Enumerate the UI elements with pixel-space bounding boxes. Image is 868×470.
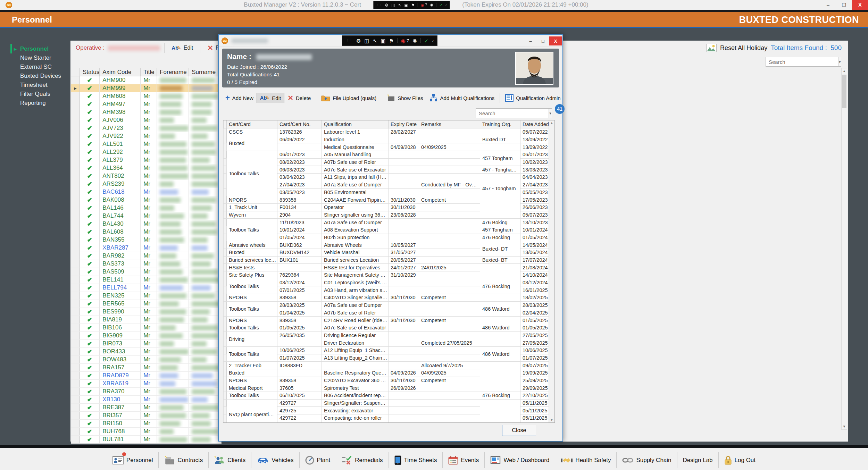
show-files-button[interactable]: Show Files: [384, 93, 426, 103]
personnel-scrollbar[interactable]: ▲ ▼: [841, 68, 847, 430]
qualification-search-combo[interactable]: ▾: [476, 108, 552, 118]
col-expiry[interactable]: Expiry Date: [389, 120, 419, 128]
personnel-row[interactable]: ✔ALL364Mr: [71, 164, 222, 172]
quals-scrollbar[interactable]: ▲ ▼: [549, 120, 554, 422]
personnel-row[interactable]: ✔ALL292Mr: [71, 148, 222, 156]
personnel-row[interactable]: ✔BAL608Mr: [71, 228, 222, 236]
qual-row[interactable]: Abrasive wheelsBUXD362Abrasive Wheels10/…: [224, 241, 549, 249]
collapse-icon[interactable]: ‹: [445, 3, 447, 7]
sidebar-item-reporting[interactable]: ▶Reporting: [0, 99, 70, 108]
qual-row[interactable]: NPORS839358C204AAE Forward Tipping Dumpe…: [224, 196, 549, 204]
col-date-added[interactable]: Date Added: [520, 120, 549, 128]
personnel-row[interactable]: ✔BRA157Mr: [71, 364, 222, 372]
sidebar-item-new-starter[interactable]: ▶New Starter: [0, 53, 70, 62]
personnel-row[interactable]: ✔ALL501Mr: [71, 140, 222, 148]
personnel-row[interactable]: ✔BRA370Mr: [71, 388, 222, 396]
col-remarks[interactable]: Remarks: [419, 120, 480, 128]
restore-button[interactable]: ❐: [836, 0, 852, 10]
personnel-row[interactable]: ✔AHM900Mr: [71, 76, 222, 84]
personnel-row[interactable]: ✔BES990Mr: [71, 308, 222, 316]
sidebar-item-external-sc[interactable]: ▶External SC: [0, 62, 70, 72]
qual-row[interactable]: Driving26/05/2035Driving licence Regular…: [224, 331, 549, 339]
personnel-row[interactable]: ✔BAS509Mr: [71, 268, 222, 276]
personnel-row[interactable]: ✔BAL744Mr: [71, 212, 222, 220]
personnel-row[interactable]: ✔BEN325Mr: [71, 292, 222, 300]
personnel-row[interactable]: ✔BAS373Mr: [71, 260, 222, 268]
taskbar-item-design-lab[interactable]: Design Lab: [677, 452, 718, 468]
col-training-org[interactable]: Training Org.: [480, 120, 520, 128]
scroll-up-icon[interactable]: ▲: [549, 120, 554, 125]
personnel-row[interactable]: ✔BIR073Mr: [71, 340, 222, 348]
minimize-button[interactable]: –: [820, 0, 836, 10]
recorder-overlay-toolbar[interactable]: ⋮⋮⚙◫↖▣⚑◉7✺✓‹: [373, 1, 450, 9]
personnel-row[interactable]: ✔XBAR287Mr: [71, 244, 222, 252]
personnel-row[interactable]: ✔ANT802Mr: [71, 172, 222, 180]
taskbar-item-personnel[interactable]: Personnel: [107, 452, 159, 468]
personnel-search-input[interactable]: [766, 59, 838, 65]
dialog-maximize-button[interactable]: □: [537, 36, 549, 45]
scroll-up-icon[interactable]: ▲: [842, 68, 847, 74]
reset-all-holiday-button[interactable]: Reset All Holiday: [720, 44, 767, 52]
qual-row[interactable]: NPORS839358C214RV Road Roller (ride on a…: [224, 317, 549, 324]
taskbar-item-supply-chain[interactable]: Supply Chain: [616, 452, 677, 468]
col-qualification[interactable]: Qualification: [322, 120, 389, 128]
col-title[interactable]: Title: [141, 68, 157, 76]
personnel-row[interactable]: ✔BOR433Mr: [71, 348, 222, 356]
stop-icon[interactable]: ▣: [381, 38, 385, 43]
personnel-row[interactable]: ✔ALL379Mr: [71, 156, 222, 164]
taskbar-item-contracts[interactable]: Contracts: [158, 452, 208, 468]
scroll-down-icon[interactable]: ▼: [842, 424, 847, 429]
sidebar-item-personnel[interactable]: ▶Personnel: [0, 44, 70, 53]
personnel-row[interactable]: ▶✔AHM999Mr: [71, 84, 222, 92]
personnel-row[interactable]: ✔BOW483Mr: [71, 356, 222, 364]
personnel-row[interactable]: ✔BAL430Mr: [71, 220, 222, 228]
drag-handle[interactable]: ⋮⋮: [346, 39, 353, 42]
qual-row[interactable]: Toolbox Talks06/01/2023A05 Manual handli…: [224, 151, 549, 159]
stop-icon[interactable]: ▣: [404, 3, 408, 7]
qual-row[interactable]: Toolbox Talks06/10/2025B06 Accident/inci…: [224, 392, 549, 400]
col-card-no[interactable]: Card/Cert No.: [277, 120, 322, 128]
personnel-row[interactable]: ✔XB130Mr: [71, 396, 222, 404]
personnel-row[interactable]: ✔ARS239Mr: [71, 180, 222, 188]
personnel-row[interactable]: ✔BER565Mr: [71, 300, 222, 308]
delete-qualification-button[interactable]: ✕Delete: [284, 92, 314, 104]
personnel-row[interactable]: ✔BIA819Mr: [71, 316, 222, 324]
record-settings-icon[interactable]: ⚙: [356, 38, 361, 43]
qual-row[interactable]: Buxted06/09/2022InductionBuxted DT13/09/…: [224, 136, 549, 143]
col-axim-code[interactable]: Axim Code: [100, 68, 141, 76]
add-multi-qualifications-button[interactable]: Add Multi Qualifications: [426, 92, 498, 104]
personnel-row[interactable]: ✔AJV006Mr: [71, 116, 222, 124]
taskbar-item-time-sheets[interactable]: Time Sheets: [389, 452, 443, 468]
collapse-icon[interactable]: ‹: [432, 38, 434, 43]
qual-row[interactable]: Toolbox Talks11/10/2023A07a Safe use of …: [224, 219, 549, 226]
qual-row[interactable]: NVQ plant operations429727Slinger/Signal…: [224, 399, 549, 407]
sidebar-item-timesheet[interactable]: ▶Timesheet: [0, 81, 70, 90]
personnel-row[interactable]: ✔BAK008Mr: [71, 196, 222, 204]
dialog-close-button[interactable]: X: [549, 36, 562, 45]
qualification-search-input[interactable]: [476, 110, 549, 117]
recorder-overlay-toolbar[interactable]: ⋮⋮⚙◫↖▣⚑◉7✺✓‹: [342, 35, 437, 46]
personnel-row[interactable]: ✔BAN355Mr: [71, 236, 222, 244]
personnel-row[interactable]: ✔AHM608Mr: [71, 92, 222, 100]
personnel-row[interactable]: ✔BAR982Mr: [71, 252, 222, 260]
pin-icon[interactable]: ⚑: [411, 3, 415, 7]
personnel-row[interactable]: ✔BAL146Mr: [71, 204, 222, 212]
camera-icon[interactable]: ◫: [391, 3, 395, 7]
sidebar-item-filter-quals[interactable]: ▶Filter Quals: [0, 90, 70, 99]
qual-row[interactable]: Toolbox Talks28/03/2025A07a Safe use of …: [224, 301, 549, 309]
col-surname[interactable]: Surname: [189, 68, 222, 76]
personnel-row[interactable]: ✔AHM398Mr: [71, 108, 222, 116]
qual-row[interactable]: 2_Tracker FobID8883FDAllcoated 9/7/20250…: [224, 362, 549, 369]
taskbar-item-clients[interactable]: Clients: [208, 452, 251, 468]
record-settings-icon[interactable]: ⚙: [385, 3, 389, 7]
personnel-row[interactable]: ✔BEL141Mr: [71, 276, 222, 284]
taskbar-item-events[interactable]: Events: [442, 452, 484, 468]
edit-operative-button[interactable]: Ab✎ Edit: [169, 43, 196, 52]
qual-row[interactable]: Toolbox Talks10/06/2025A12 Lifting Equip…: [224, 346, 549, 354]
personnel-row[interactable]: ✔BIG909Mr: [71, 332, 222, 340]
cursor-icon[interactable]: ↖: [373, 38, 377, 43]
qual-row[interactable]: Toolbox Talks03/12/2024C01 Leptospirosis…: [224, 279, 549, 286]
personnel-row[interactable]: ✔BRI150Mr: [71, 420, 222, 428]
personnel-search-combo[interactable]: ▾: [766, 57, 841, 67]
sidebar-item-buxted-devices[interactable]: ▶Buxted Devices: [0, 72, 70, 81]
